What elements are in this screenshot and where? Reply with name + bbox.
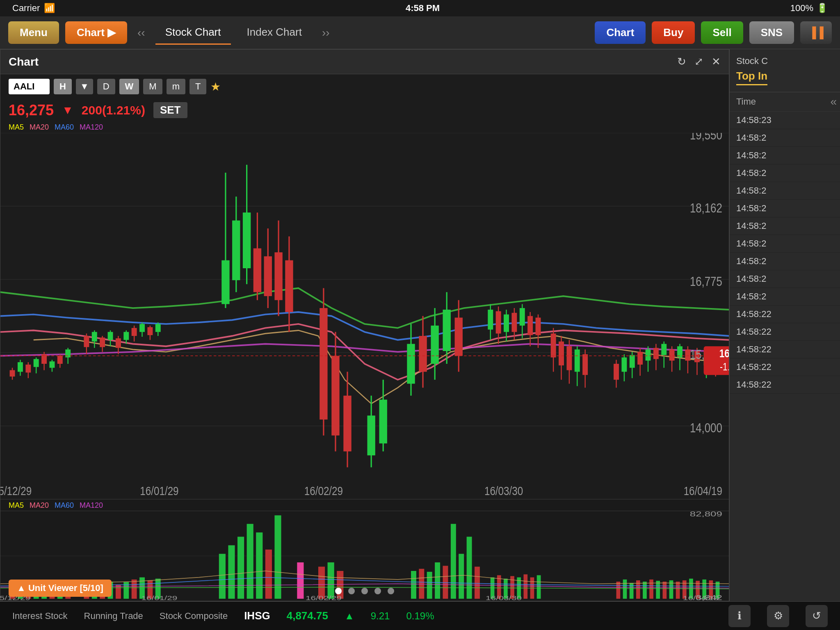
info-button[interactable]: ℹ: [728, 605, 751, 627]
svg-rect-105: [630, 355, 635, 368]
main-content: Chart ↻ ⤢ ✕ H ▼ D W M m T ★ 16,275 ▼ 200…: [0, 49, 840, 601]
menu-button[interactable]: Menu: [8, 21, 59, 44]
refresh-icon[interactable]: ↻: [677, 55, 686, 68]
battery-label: 100%: [790, 3, 813, 14]
svg-text:16/01/29: 16/01/29: [140, 484, 178, 498]
svg-rect-165: [256, 532, 262, 599]
svg-rect-81: [504, 315, 509, 332]
svg-rect-9: [18, 362, 23, 372]
bottom-change: 9.21: [371, 610, 390, 622]
expand-icon[interactable]: ⤢: [694, 55, 703, 68]
svg-rect-193: [643, 582, 647, 599]
time-row: 14:58:2: [730, 235, 840, 253]
time-row: 14:58:2: [730, 217, 840, 235]
svg-rect-163: [237, 537, 244, 599]
unit-viewer-label: ▲ Unit Viewer [5/10]: [17, 583, 103, 593]
svg-rect-97: [575, 349, 580, 372]
next-arrow[interactable]: ››: [318, 26, 334, 39]
svg-rect-166: [265, 550, 272, 599]
chevron-left-icon[interactable]: «: [830, 95, 837, 108]
time-row: 14:58:2: [730, 253, 840, 270]
right-panel-header: Stock C Top In: [730, 49, 840, 92]
chart-button[interactable]: Chart ▶: [65, 21, 127, 44]
svg-rect-172: [411, 571, 416, 599]
page-dots: [335, 588, 394, 594]
star-button[interactable]: ★: [210, 80, 221, 94]
time-row: 14:58:2: [730, 270, 840, 288]
price-set: SET: [153, 102, 187, 118]
svg-rect-93: [559, 342, 564, 365]
sns-button[interactable]: SNS: [749, 21, 794, 44]
close-icon[interactable]: ✕: [712, 55, 721, 68]
svg-rect-53: [274, 252, 282, 300]
unit-viewer[interactable]: ▲ Unit Viewer [5/10]: [9, 580, 112, 597]
settings-button[interactable]: ⚙: [767, 605, 789, 627]
svg-text:16/02/29: 16/02/29: [306, 595, 342, 601]
svg-rect-73: [443, 310, 451, 351]
time-row: 14:58:2: [730, 288, 840, 306]
time-row: 14:58:2: [730, 129, 840, 147]
price-display: 16,275 ▼ 200(1.21%) SET: [0, 99, 729, 121]
svg-text:16/01/29: 16/01/29: [142, 595, 178, 601]
bar-icon-button[interactable]: ▐▐: [800, 21, 832, 44]
wifi-icon: 📶: [44, 3, 55, 14]
svg-rect-67: [407, 344, 415, 383]
period-m[interactable]: m: [167, 79, 185, 94]
bottom-pct: 0.19%: [406, 610, 434, 622]
stock-chart-label: Stock C: [736, 56, 833, 66]
svg-text:15/12/29: 15/12/29: [0, 484, 32, 498]
period-W[interactable]: W: [119, 79, 139, 94]
col-time-header: Time: [736, 96, 756, 107]
svg-rect-43: [221, 260, 229, 304]
period-H[interactable]: H: [54, 79, 72, 94]
dot-5[interactable]: [388, 588, 394, 594]
dot-1[interactable]: [335, 588, 342, 594]
dot-4[interactable]: [374, 588, 381, 594]
candle-chart-area[interactable]: 19,550 18,162 16,775 15,388 14,000 15/12…: [0, 133, 729, 499]
time-row: 14:58:22: [730, 376, 840, 394]
buy-button[interactable]: Buy: [652, 21, 695, 44]
chart-right-button[interactable]: Chart: [595, 21, 646, 44]
period-M[interactable]: M: [143, 79, 162, 94]
sell-button[interactable]: Sell: [701, 21, 743, 44]
candlestick-chart: 19,550 18,162 16,775 15,388 14,000 15/12…: [0, 133, 729, 499]
svg-text:16/03/30: 16/03/30: [486, 595, 522, 601]
dot-2[interactable]: [348, 588, 355, 594]
svg-rect-25: [92, 332, 97, 341]
vol-ma120-label: MA120: [80, 501, 103, 509]
svg-rect-11: [25, 365, 31, 372]
period-dropdown[interactable]: ▼: [76, 79, 93, 94]
ticker-input[interactable]: [9, 79, 50, 94]
svg-rect-13: [34, 359, 39, 367]
svg-rect-7: [10, 370, 15, 377]
svg-text:16,775: 16,775: [690, 274, 722, 288]
tab-running-trade[interactable]: Running Trade: [84, 611, 143, 621]
refresh-bottom-button[interactable]: ↺: [806, 605, 828, 627]
svg-rect-17: [49, 361, 55, 368]
time-row: 14:58:2: [730, 147, 840, 164]
dot-3[interactable]: [361, 588, 368, 594]
volume-chart-area[interactable]: 82,809 3,842 15/12/29 16/01/29 16/02/29 …: [0, 511, 729, 601]
svg-rect-173: [419, 569, 424, 599]
right-panel-col-header: Time «: [730, 92, 840, 112]
svg-rect-23: [84, 336, 89, 347]
svg-rect-194: [649, 580, 653, 599]
tab-interest-stock[interactable]: Interest Stock: [12, 611, 68, 621]
chart-panel-title: Chart: [9, 55, 39, 68]
svg-rect-77: [488, 310, 493, 330]
svg-text:-1.21%: -1.21%: [720, 361, 729, 372]
time-row: 14:58:22: [730, 306, 840, 323]
svg-rect-63: [367, 415, 375, 455]
tab-stock-composite[interactable]: Stock Composite: [160, 611, 228, 621]
tab-index-chart[interactable]: Index Chart: [237, 21, 312, 45]
svg-rect-45: [232, 221, 240, 281]
svg-text:16/04/19: 16/04/19: [684, 484, 722, 498]
svg-rect-55: [285, 260, 293, 312]
status-left: Carrier 📶: [12, 3, 55, 14]
bottom-arrow: ▲: [345, 610, 354, 622]
prev-arrow[interactable]: ‹‹: [133, 26, 149, 39]
period-D[interactable]: D: [97, 79, 115, 94]
period-T[interactable]: T: [189, 79, 206, 94]
top-in-tab[interactable]: Top In: [736, 70, 767, 85]
tab-stock-chart[interactable]: Stock Chart: [155, 21, 231, 45]
